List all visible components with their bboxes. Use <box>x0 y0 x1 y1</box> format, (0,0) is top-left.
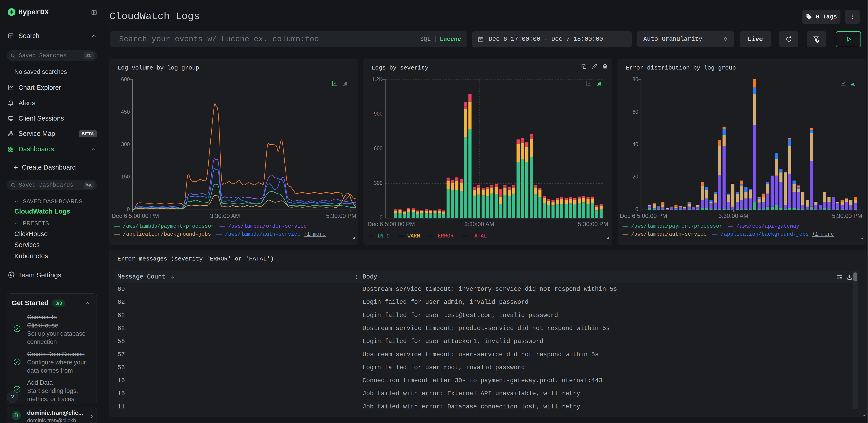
svg-text:0: 0 <box>379 215 382 220</box>
svg-text:900: 900 <box>374 111 382 117</box>
svg-text:1.2K: 1.2K <box>372 76 383 82</box>
svg-text:0: 0 <box>635 206 638 212</box>
svg-text:300: 300 <box>374 180 382 186</box>
svg-text:3:30:00 AM: 3:30:00 AM <box>210 213 240 219</box>
svg-text:300: 300 <box>121 141 130 147</box>
svg-text:5:30:00 PM: 5:30:00 PM <box>326 213 356 219</box>
svg-text:150: 150 <box>121 174 130 179</box>
svg-text:5:30:00 PM: 5:30:00 PM <box>578 221 608 227</box>
svg-text:Dec 6 5:00:00 PM: Dec 6 5:00:00 PM <box>368 221 415 227</box>
svg-text:60: 60 <box>632 109 638 115</box>
svg-text:20: 20 <box>632 174 638 179</box>
svg-text:3:30:00 AM: 3:30:00 AM <box>718 213 748 219</box>
svg-text:40: 40 <box>632 141 638 147</box>
svg-text:600: 600 <box>121 76 130 82</box>
svg-text:0: 0 <box>127 206 130 212</box>
svg-text:3:30:00 AM: 3:30:00 AM <box>464 221 494 227</box>
svg-text:80: 80 <box>632 76 638 82</box>
svg-text:450: 450 <box>121 109 130 115</box>
svg-text:Dec 6 5:00:00 PM: Dec 6 5:00:00 PM <box>620 213 667 219</box>
svg-text:Dec 6 5:00:00 PM: Dec 6 5:00:00 PM <box>112 213 159 219</box>
svg-text:5:30:00 PM: 5:30:00 PM <box>832 213 862 219</box>
svg-text:600: 600 <box>374 145 382 151</box>
